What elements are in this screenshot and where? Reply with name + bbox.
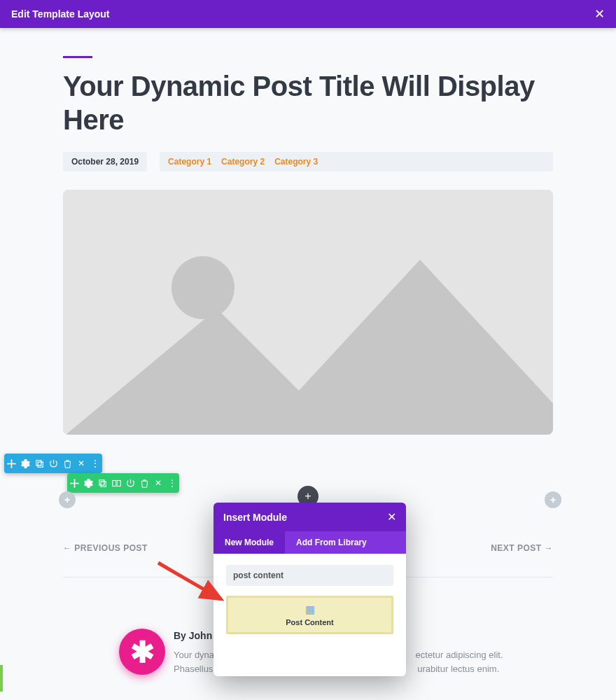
page-content: Your Dynamic Post Title Will Display Her… [0, 28, 616, 435]
category-link[interactable]: Category 1 [168, 157, 211, 167]
modal-tabs: New Module Add From Library [214, 531, 406, 554]
svg-rect-8 [112, 480, 115, 486]
svg-rect-6 [99, 479, 104, 484]
row-toolbar: ✕ ⋮ [67, 473, 179, 493]
topbar: Edit Template Layout ✕ [0, 0, 616, 28]
svg-rect-7 [101, 482, 106, 486]
close-icon[interactable]: ✕ [74, 454, 88, 473]
delete-icon[interactable] [137, 473, 151, 493]
columns-icon[interactable] [109, 473, 123, 493]
post-categories: Category 1 Category 2 Category 3 [160, 152, 553, 172]
add-section-button[interactable]: + [59, 491, 76, 508]
post-date: October 28, 2019 [63, 152, 147, 172]
module-option-post-content[interactable]: ▦ Post Content [226, 596, 393, 634]
svg-rect-5 [38, 462, 43, 467]
topbar-title: Edit Template Layout [11, 8, 110, 20]
power-icon[interactable] [123, 473, 137, 493]
previous-post-link[interactable]: ← PREVIOUS POST [63, 543, 148, 553]
featured-image-placeholder [63, 190, 553, 435]
svg-rect-4 [36, 460, 41, 465]
asterisk-fab[interactable]: ✱ [119, 629, 165, 675]
category-link[interactable]: Category 3 [274, 157, 318, 167]
power-icon[interactable] [46, 454, 60, 473]
accent-bar [63, 56, 92, 58]
post-title: Your Dynamic Post Title Will Display Her… [63, 69, 553, 136]
delete-icon[interactable] [60, 454, 74, 473]
duplicate-icon[interactable] [95, 473, 109, 493]
modal-title: Insert Module [223, 512, 287, 523]
tab-add-from-library[interactable]: Add From Library [285, 531, 378, 554]
add-section-button[interactable]: + [545, 491, 561, 508]
category-link[interactable]: Category 2 [221, 157, 265, 167]
modal-header: Insert Module ✕ [214, 503, 406, 531]
post-content-icon: ▦ [235, 603, 384, 616]
duplicate-icon[interactable] [32, 454, 46, 473]
close-icon[interactable]: ✕ [594, 6, 605, 22]
tab-new-module[interactable]: New Module [214, 531, 285, 554]
section-toolbar: ✕ ⋮ [4, 454, 102, 473]
next-post-link[interactable]: NEXT POST → [491, 543, 553, 553]
gear-icon[interactable] [18, 454, 32, 473]
move-icon[interactable] [4, 454, 18, 473]
svg-rect-9 [117, 480, 120, 486]
module-option-label: Post Content [235, 618, 384, 626]
modal-close-icon[interactable]: ✕ [387, 510, 396, 524]
module-search-input[interactable] [226, 565, 393, 586]
modal-body: ▦ Post Content [214, 554, 406, 676]
close-icon[interactable]: ✕ [151, 473, 165, 493]
gear-icon[interactable] [81, 473, 95, 493]
svg-point-1 [172, 256, 234, 319]
more-icon[interactable]: ⋮ [88, 454, 102, 473]
move-icon[interactable] [67, 473, 81, 493]
insert-module-modal: Insert Module ✕ New Module Add From Libr… [214, 503, 406, 676]
more-icon[interactable]: ⋮ [165, 473, 179, 493]
post-meta: October 28, 2019 Category 1 Category 2 C… [63, 152, 553, 172]
green-sliver [0, 665, 3, 692]
